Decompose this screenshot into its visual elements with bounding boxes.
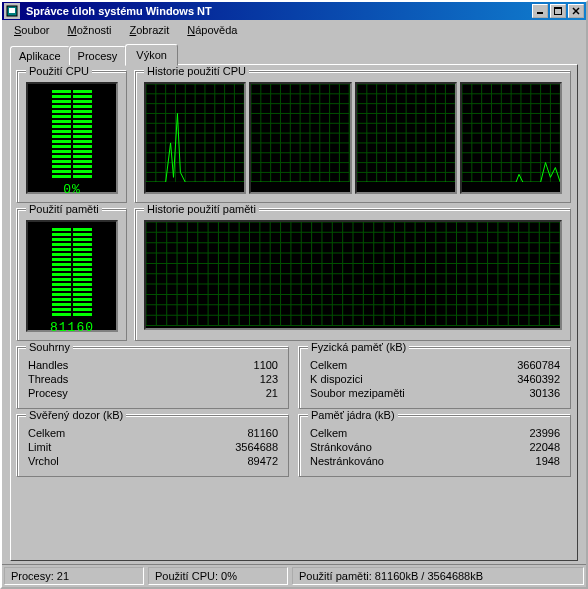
menu-view[interactable]: Zobrazit	[122, 22, 178, 38]
group-legend: Souhrny	[26, 341, 73, 353]
cpu-graph-4	[460, 82, 562, 194]
label: Vrchol	[28, 455, 59, 467]
label: K dispozici	[310, 373, 363, 385]
cpu-graph-2	[249, 82, 351, 194]
cpu-history-group: Historie použití CPU	[135, 71, 571, 203]
label: Limit	[28, 441, 51, 453]
menu-options[interactable]: Možnosti	[59, 22, 119, 38]
status-cpu: Použití CPU: 0%	[148, 567, 288, 585]
value: 81160	[247, 427, 278, 439]
label: Soubor mezipaměti	[310, 387, 405, 399]
cpu-meter: 0%	[26, 82, 118, 194]
menu-help[interactable]: Nápověda	[179, 22, 245, 38]
label: Celkem	[28, 427, 65, 439]
cpu-value: 0%	[63, 182, 81, 197]
label: Handles	[28, 359, 68, 371]
label: Nestránkováno	[310, 455, 384, 467]
mem-history-group: Historie použití paměti	[135, 209, 571, 341]
status-memory: Použití paměti: 81160kB / 3564688kB	[292, 567, 584, 585]
cpu-usage-group: Použití CPU 0%	[17, 71, 127, 203]
tab-performance[interactable]: Výkon	[125, 44, 178, 66]
menu-file[interactable]: Soubor	[6, 22, 57, 38]
close-button[interactable]	[568, 4, 584, 18]
group-legend: Použití CPU	[26, 65, 92, 77]
value: 89472	[247, 455, 278, 467]
value: 23996	[529, 427, 560, 439]
value: 3460392	[517, 373, 560, 385]
mem-usage-group: Použití paměti 81160	[17, 209, 127, 341]
task-manager-window: Správce úloh systému Windows NT Soubor M…	[0, 0, 588, 589]
titlebar[interactable]: Správce úloh systému Windows NT	[2, 2, 586, 20]
svg-rect-1	[9, 8, 15, 13]
value: 123	[260, 373, 278, 385]
maximize-button[interactable]	[550, 4, 566, 18]
kernel-group: Paměť jádra (kB) Celkem23996 Stránkováno…	[299, 415, 571, 477]
physmem-group: Fyzická paměť (kB) Celkem3660784 K dispo…	[299, 347, 571, 409]
value: 30136	[529, 387, 560, 399]
commit-group: Svěřený dozor (kB) Celkem81160 Limit3564…	[17, 415, 289, 477]
tab-strip: Aplikace Procesy Výkon	[10, 44, 578, 65]
status-processes: Procesy: 21	[4, 567, 144, 585]
value: 1100	[254, 359, 278, 371]
value: 22048	[529, 441, 560, 453]
mem-meter: 81160	[26, 220, 118, 332]
label: Celkem	[310, 359, 347, 371]
totals-group: Souhrny Handles1100 Threads123 Procesy21	[17, 347, 289, 409]
mem-value: 81160	[50, 320, 94, 335]
tab-body-performance: Použití CPU 0% Historie použití CPU	[10, 64, 578, 561]
value: 3660784	[517, 359, 560, 371]
label: Celkem	[310, 427, 347, 439]
label: Threads	[28, 373, 68, 385]
group-legend: Svěřený dozor (kB)	[26, 409, 126, 421]
cpu-graph-3	[355, 82, 457, 194]
menubar: Soubor Možnosti Zobrazit Nápověda	[2, 20, 586, 40]
label: Procesy	[28, 387, 68, 399]
mem-graph	[144, 220, 562, 330]
value: 21	[266, 387, 278, 399]
content-area: Aplikace Procesy Výkon Použití CPU 0% Hi…	[2, 40, 586, 564]
statusbar: Procesy: 21 Použití CPU: 0% Použití pamě…	[2, 564, 586, 587]
value: 3564688	[235, 441, 278, 453]
cpu-graph-1	[144, 82, 246, 194]
tab-processes[interactable]: Procesy	[69, 46, 127, 65]
tab-applications[interactable]: Aplikace	[10, 46, 70, 65]
label: Stránkováno	[310, 441, 372, 453]
value: 1948	[536, 455, 560, 467]
group-legend: Historie použití paměti	[144, 203, 259, 215]
app-icon	[4, 3, 20, 19]
group-legend: Historie použití CPU	[144, 65, 249, 77]
group-legend: Fyzická paměť (kB)	[308, 341, 409, 353]
window-title: Správce úloh systému Windows NT	[24, 5, 532, 17]
group-legend: Použití paměti	[26, 203, 102, 215]
group-legend: Paměť jádra (kB)	[308, 409, 398, 421]
minimize-button[interactable]	[532, 4, 548, 18]
